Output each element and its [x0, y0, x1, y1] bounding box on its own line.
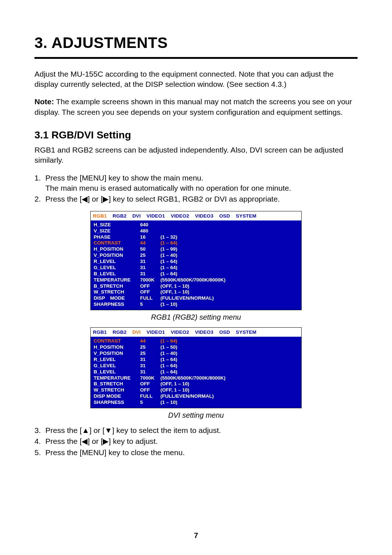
- menu-row-label: W_STRETCH: [94, 289, 140, 295]
- menu-row-value: 44: [140, 338, 160, 344]
- menu-row-value: 31: [140, 363, 160, 369]
- menu-row-label: V_POSITION: [94, 351, 140, 357]
- page-number: 7: [0, 530, 392, 540]
- menu-row-range: (OFF, 1 – 10): [160, 387, 298, 393]
- menu-row-range: (1 – 64): [160, 271, 298, 277]
- menu-tab: VIDEO2: [171, 213, 189, 219]
- menu-row-value: FULL: [140, 295, 160, 301]
- menu-row: W_STRETCHOFF(OFF, 1 – 10): [94, 387, 298, 393]
- menu-row-value: 31: [140, 259, 160, 265]
- menu-row-label: SHARPNESS: [94, 400, 140, 406]
- menu-row-range: (1 – 64): [160, 259, 298, 265]
- menu-tab: OSD: [219, 329, 230, 336]
- menu-row-value: 640: [140, 222, 160, 228]
- menu-tab: VIDEO1: [147, 329, 165, 336]
- menu-row-label: B_STRETCH: [94, 283, 140, 289]
- menu-row: V_POSITION25(1 – 40): [94, 351, 298, 357]
- menu-row-range: (1 – 99): [160, 246, 298, 252]
- menu-tab: RGB2: [113, 213, 126, 219]
- menu-row-value: OFF: [140, 387, 160, 393]
- menu-row-label: W_STRETCH: [94, 387, 140, 393]
- menu-tab: VIDEO3: [195, 329, 213, 336]
- menu-tab: VIDEO3: [195, 213, 213, 219]
- menu-row-value: FULL: [140, 393, 160, 400]
- menu-row-range: (OFF, 1 – 10): [160, 289, 298, 295]
- menu-row-range: (OFF, 1 – 10): [160, 283, 298, 289]
- menu-row: DISP MODEFULL(FULL/EVEN/NORMAL): [94, 295, 298, 301]
- menu-row-range: (1 – 64): [160, 363, 298, 369]
- rgb-caption: RGB1 (RGB2) setting menu: [34, 312, 358, 322]
- menu-row-value: 44: [140, 240, 160, 246]
- step-text: Press the [MENU] key to close the menu.: [45, 447, 358, 458]
- menu-row: B_STRETCHOFF(OFF, 1 – 10): [94, 283, 298, 289]
- menu-row-value: 480: [140, 228, 160, 234]
- step-item: 1.Press the [MENU] key to show the main …: [34, 173, 358, 194]
- menu-row-value: 31: [140, 271, 160, 277]
- menu-row-value: 25: [140, 252, 160, 259]
- menu-tab: DVI: [132, 329, 141, 336]
- menu-row-label: PHASE: [94, 234, 140, 240]
- menu-row-label: CONTRAST: [94, 240, 140, 246]
- menu-row: V_POSITION25(1 – 40): [94, 252, 298, 259]
- step-number: 3.: [34, 425, 45, 436]
- menu-row-value: 31: [140, 265, 160, 271]
- menu-row-label: H_POSITION: [94, 246, 140, 252]
- menu-tabs: RGB1RGB2DVIVIDEO1VIDEO2VIDEO3OSDSYSTEM: [91, 328, 301, 337]
- menu-row-label: V_SIZE: [94, 228, 140, 234]
- menu-row: B_LEVEL31(1 – 64): [94, 271, 298, 277]
- menu-row-range: [160, 222, 298, 228]
- steps-list-a: 1.Press the [MENU] key to show the main …: [34, 173, 358, 204]
- menu-row-range: (1 – 64): [160, 240, 298, 246]
- step-number: 1.: [34, 173, 45, 194]
- menu-row-label: SHARPNESS: [94, 301, 140, 308]
- menu-row: CONTRAST44(1 – 64): [94, 240, 298, 246]
- menu-row-range: (1 – 64): [160, 265, 298, 271]
- menu-row-label: DISP MODE: [94, 295, 140, 301]
- menu-row-value: 7000K: [140, 277, 160, 283]
- menu-tab: VIDEO1: [147, 213, 165, 219]
- step-text: Press the [MENU] key to show the main me…: [45, 173, 358, 194]
- menu-row: H_SIZE640: [94, 222, 298, 228]
- menu-row-range: (1 – 64): [160, 357, 298, 363]
- menu-row-range: (1 – 32): [160, 234, 298, 240]
- menu-row: G_LEVEL31(1 – 64): [94, 363, 298, 369]
- menu-row-label: R_LEVEL: [94, 357, 140, 363]
- menu-row-label: TEMPERATURE: [94, 277, 140, 283]
- step-item: 2.Press the [◀] or [▶] key to select RGB…: [34, 194, 358, 204]
- menu-row: TEMPERATURE7000K(5500K/6500K/7000K/8000K…: [94, 277, 298, 283]
- dvi-menu-body: CONTRAST44(1 – 64)H_POSITION25(1 – 50)V_…: [91, 337, 301, 408]
- menu-row-label: R_LEVEL: [94, 259, 140, 265]
- menu-row-range: [160, 228, 298, 234]
- menu-tab: VIDEO2: [171, 329, 189, 336]
- menu-row-range: (5500K/6500K/7000K/8000K): [160, 277, 298, 283]
- menu-tab: DVI: [132, 213, 141, 219]
- menu-row-range: (1 – 64): [160, 338, 298, 344]
- step-text: Press the [◀] or [▶] key to adjust.: [45, 436, 358, 446]
- menu-row: H_POSITION25(1 – 50): [94, 344, 298, 351]
- menu-row-range: (5500K/6500K/7000K/8000K): [160, 375, 298, 381]
- menu-tab: RGB1: [93, 213, 107, 219]
- menu-row-range: (FULL/EVEN/NORMAL): [160, 393, 298, 400]
- menu-row-value: 25: [140, 344, 160, 351]
- menu-row-label: B_LEVEL: [94, 369, 140, 375]
- menu-row-range: (FULL/EVEN/NORMAL): [160, 295, 298, 301]
- menu-row: SHARPNESS5(1 – 10): [94, 301, 298, 308]
- menu-row: R_LEVEL31(1 – 64): [94, 259, 298, 265]
- menu-row-range: (1 – 40): [160, 252, 298, 259]
- section-paragraph: RGB1 and RGB2 screens can be adjusted in…: [34, 145, 358, 166]
- menu-row: TEMPERATURE7000K(5500K/6500K/7000K/8000K…: [94, 375, 298, 381]
- menu-row: SHARPNESS5(1 – 10): [94, 400, 298, 406]
- menu-row-label: TEMPERATURE: [94, 375, 140, 381]
- menu-row-range: (1 – 64): [160, 369, 298, 375]
- step-item: 3.Press the [▲] or [▼] key to select the…: [34, 425, 358, 436]
- menu-row-value: 31: [140, 357, 160, 363]
- menu-row-label: G_LEVEL: [94, 265, 140, 271]
- intro-paragraph: Adjust the MU-155C according to the equi…: [34, 69, 358, 90]
- menu-row-label: DISP MODE: [94, 393, 140, 400]
- rgb-menu-body: H_SIZE640V_SIZE480PHASE16(1 – 32)CONTRAS…: [91, 220, 301, 310]
- menu-row: CONTRAST44(1 – 64): [94, 338, 298, 344]
- menu-tab: SYSTEM: [236, 329, 257, 336]
- menu-tab: RGB2: [113, 329, 126, 336]
- menu-row-range: (1 – 50): [160, 344, 298, 351]
- step-item: 4.Press the [◀] or [▶] key to adjust.: [34, 436, 358, 446]
